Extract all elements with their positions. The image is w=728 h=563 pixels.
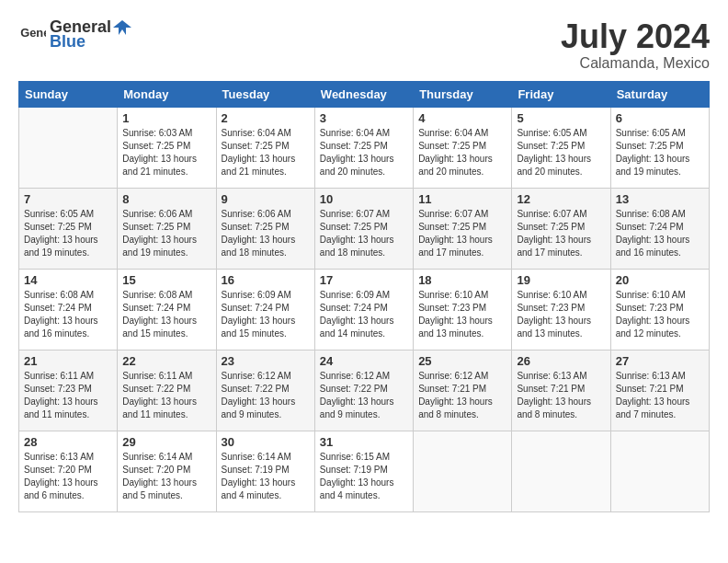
col-header-sunday: Sunday <box>19 81 118 107</box>
day-number: 19 <box>517 273 605 287</box>
day-info: Sunrise: 6:04 AMSunset: 7:25 PMDaylight:… <box>320 127 408 178</box>
calendar-cell: 3 Sunrise: 6:04 AMSunset: 7:25 PMDayligh… <box>314 107 413 188</box>
day-info: Sunrise: 6:06 AMSunset: 7:25 PMDaylight:… <box>122 208 210 259</box>
day-info: Sunrise: 6:07 AMSunset: 7:25 PMDaylight:… <box>517 208 605 259</box>
day-info: Sunrise: 6:08 AMSunset: 7:24 PMDaylight:… <box>122 289 210 340</box>
day-number: 13 <box>616 192 704 206</box>
day-number: 7 <box>24 192 112 206</box>
day-number: 31 <box>320 435 408 449</box>
calendar-cell: 28 Sunrise: 6:13 AMSunset: 7:20 PMDaylig… <box>19 431 118 511</box>
day-number: 17 <box>320 273 408 287</box>
day-number: 8 <box>122 192 210 206</box>
calendar-cell: 31 Sunrise: 6:15 AMSunset: 7:19 PMDaylig… <box>314 431 413 511</box>
day-number: 10 <box>320 192 408 206</box>
calendar-header-row: SundayMondayTuesdayWednesdayThursdayFrid… <box>19 81 710 107</box>
calendar-cell: 21 Sunrise: 6:11 AMSunset: 7:23 PMDaylig… <box>19 350 118 431</box>
calendar-cell: 4 Sunrise: 6:04 AMSunset: 7:25 PMDayligh… <box>414 107 512 188</box>
calendar-cell: 20 Sunrise: 6:10 AMSunset: 7:23 PMDaylig… <box>610 269 709 350</box>
day-number: 3 <box>320 111 408 125</box>
day-info: Sunrise: 6:05 AMSunset: 7:25 PMDaylight:… <box>24 208 112 259</box>
calendar-cell: 9 Sunrise: 6:06 AMSunset: 7:25 PMDayligh… <box>216 188 314 269</box>
calendar-cell <box>19 107 118 188</box>
calendar-cell: 11 Sunrise: 6:07 AMSunset: 7:25 PMDaylig… <box>414 188 512 269</box>
calendar-cell: 30 Sunrise: 6:14 AMSunset: 7:19 PMDaylig… <box>216 431 314 511</box>
day-info: Sunrise: 6:13 AMSunset: 7:21 PMDaylight:… <box>616 370 704 421</box>
calendar-cell: 10 Sunrise: 6:07 AMSunset: 7:25 PMDaylig… <box>314 188 413 269</box>
day-info: Sunrise: 6:10 AMSunset: 7:23 PMDaylight:… <box>418 289 506 340</box>
day-number: 11 <box>418 192 506 206</box>
col-header-saturday: Saturday <box>610 81 709 107</box>
calendar-week-row: 21 Sunrise: 6:11 AMSunset: 7:23 PMDaylig… <box>19 350 710 431</box>
day-number: 20 <box>616 273 704 287</box>
calendar-cell: 6 Sunrise: 6:05 AMSunset: 7:25 PMDayligh… <box>610 107 709 188</box>
calendar-cell: 25 Sunrise: 6:12 AMSunset: 7:21 PMDaylig… <box>414 350 512 431</box>
logo-bird-icon <box>113 20 131 35</box>
day-number: 29 <box>122 435 210 449</box>
calendar-cell: 1 Sunrise: 6:03 AMSunset: 7:25 PMDayligh… <box>118 107 216 188</box>
svg-marker-1 <box>113 20 131 35</box>
location-subtitle: Calamanda, Mexico <box>561 55 710 72</box>
day-info: Sunrise: 6:09 AMSunset: 7:24 PMDaylight:… <box>320 289 408 340</box>
day-info: Sunrise: 6:13 AMSunset: 7:21 PMDaylight:… <box>517 370 605 421</box>
col-header-friday: Friday <box>512 81 610 107</box>
col-header-monday: Monday <box>118 81 216 107</box>
day-number: 16 <box>222 273 310 287</box>
day-info: Sunrise: 6:15 AMSunset: 7:19 PMDaylight:… <box>320 451 408 502</box>
day-info: Sunrise: 6:10 AMSunset: 7:23 PMDaylight:… <box>517 289 605 340</box>
day-number: 24 <box>320 354 408 368</box>
day-number: 21 <box>24 354 112 368</box>
day-number: 25 <box>418 354 506 368</box>
title-block: July 2024 Calamanda, Mexico <box>561 18 710 72</box>
day-number: 2 <box>222 111 310 125</box>
day-number: 30 <box>222 435 310 449</box>
calendar-cell: 17 Sunrise: 6:09 AMSunset: 7:24 PMDaylig… <box>314 269 413 350</box>
col-header-tuesday: Tuesday <box>216 81 314 107</box>
day-info: Sunrise: 6:07 AMSunset: 7:25 PMDaylight:… <box>418 208 506 259</box>
day-number: 12 <box>517 192 605 206</box>
calendar-cell: 18 Sunrise: 6:10 AMSunset: 7:23 PMDaylig… <box>414 269 512 350</box>
month-year-title: July 2024 <box>561 18 710 55</box>
calendar-week-row: 1 Sunrise: 6:03 AMSunset: 7:25 PMDayligh… <box>19 107 710 188</box>
day-info: Sunrise: 6:11 AMSunset: 7:22 PMDaylight:… <box>122 370 210 421</box>
day-info: Sunrise: 6:14 AMSunset: 7:20 PMDaylight:… <box>122 451 210 502</box>
calendar-cell: 5 Sunrise: 6:05 AMSunset: 7:25 PMDayligh… <box>512 107 610 188</box>
logo-general-text: General <box>18 23 46 47</box>
day-info: Sunrise: 6:08 AMSunset: 7:24 PMDaylight:… <box>24 289 112 340</box>
calendar-week-row: 28 Sunrise: 6:13 AMSunset: 7:20 PMDaylig… <box>19 431 710 511</box>
day-info: Sunrise: 6:04 AMSunset: 7:25 PMDaylight:… <box>222 127 310 178</box>
calendar-week-row: 14 Sunrise: 6:08 AMSunset: 7:24 PMDaylig… <box>19 269 710 350</box>
day-number: 23 <box>222 354 310 368</box>
calendar-cell: 22 Sunrise: 6:11 AMSunset: 7:22 PMDaylig… <box>118 350 216 431</box>
day-number: 9 <box>222 192 310 206</box>
day-info: Sunrise: 6:10 AMSunset: 7:23 PMDaylight:… <box>616 289 704 340</box>
calendar-cell: 7 Sunrise: 6:05 AMSunset: 7:25 PMDayligh… <box>19 188 118 269</box>
calendar-cell: 2 Sunrise: 6:04 AMSunset: 7:25 PMDayligh… <box>216 107 314 188</box>
calendar-cell: 19 Sunrise: 6:10 AMSunset: 7:23 PMDaylig… <box>512 269 610 350</box>
day-info: Sunrise: 6:05 AMSunset: 7:25 PMDaylight:… <box>616 127 704 178</box>
day-info: Sunrise: 6:14 AMSunset: 7:19 PMDaylight:… <box>222 451 310 502</box>
day-number: 18 <box>418 273 506 287</box>
day-info: Sunrise: 6:12 AMSunset: 7:22 PMDaylight:… <box>222 370 310 421</box>
page-header: General General Blue July 2024 Calamanda… <box>18 18 710 72</box>
day-info: Sunrise: 6:03 AMSunset: 7:25 PMDaylight:… <box>122 127 210 178</box>
calendar-cell: 27 Sunrise: 6:13 AMSunset: 7:21 PMDaylig… <box>610 350 709 431</box>
day-number: 14 <box>24 273 112 287</box>
day-number: 22 <box>122 354 210 368</box>
day-info: Sunrise: 6:09 AMSunset: 7:24 PMDaylight:… <box>222 289 310 340</box>
logo: General General Blue <box>18 18 131 52</box>
day-info: Sunrise: 6:12 AMSunset: 7:21 PMDaylight:… <box>418 370 506 421</box>
calendar-cell: 15 Sunrise: 6:08 AMSunset: 7:24 PMDaylig… <box>118 269 216 350</box>
calendar-cell: 24 Sunrise: 6:12 AMSunset: 7:22 PMDaylig… <box>314 350 413 431</box>
calendar-cell: 14 Sunrise: 6:08 AMSunset: 7:24 PMDaylig… <box>19 269 118 350</box>
day-info: Sunrise: 6:04 AMSunset: 7:25 PMDaylight:… <box>418 127 506 178</box>
calendar-cell: 16 Sunrise: 6:09 AMSunset: 7:24 PMDaylig… <box>216 269 314 350</box>
calendar-cell <box>414 431 512 511</box>
calendar-cell <box>610 431 709 511</box>
day-info: Sunrise: 6:11 AMSunset: 7:23 PMDaylight:… <box>24 370 112 421</box>
calendar-table: SundayMondayTuesdayWednesdayThursdayFrid… <box>18 81 710 512</box>
day-number: 15 <box>122 273 210 287</box>
day-number: 4 <box>418 111 506 125</box>
day-number: 5 <box>517 111 605 125</box>
calendar-cell: 26 Sunrise: 6:13 AMSunset: 7:21 PMDaylig… <box>512 350 610 431</box>
day-number: 1 <box>122 111 210 125</box>
